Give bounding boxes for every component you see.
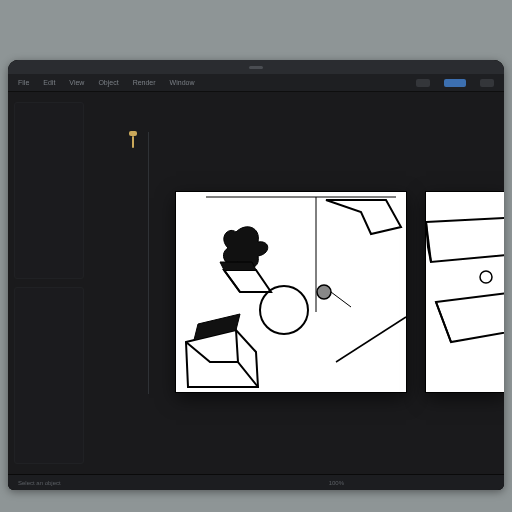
menu-view[interactable]: View bbox=[69, 79, 84, 86]
left-toolbar[interactable] bbox=[14, 102, 84, 464]
svg-point-6 bbox=[480, 271, 492, 283]
menu-window[interactable]: Window bbox=[170, 79, 195, 86]
playhead-icon[interactable] bbox=[132, 136, 134, 148]
status-zoom[interactable]: 100% bbox=[329, 480, 344, 486]
svg-point-3 bbox=[317, 285, 331, 299]
app-window: File Edit View Object Render Window bbox=[8, 60, 504, 490]
menu-object[interactable]: Object bbox=[98, 79, 118, 86]
tool-chip[interactable] bbox=[480, 79, 494, 87]
window-titlebar[interactable] bbox=[8, 60, 504, 74]
svg-line-5 bbox=[336, 317, 406, 362]
canvas-secondary[interactable] bbox=[426, 192, 504, 392]
tool-panel-a[interactable] bbox=[14, 102, 84, 279]
svg-point-2 bbox=[260, 286, 308, 334]
statusbar: Select an object 100% bbox=[8, 474, 504, 490]
guide-line bbox=[148, 132, 149, 394]
sketch-drawing bbox=[176, 192, 406, 392]
tool-panel-b[interactable] bbox=[14, 287, 84, 464]
workspace bbox=[8, 92, 504, 474]
svg-line-4 bbox=[331, 292, 351, 307]
menubar[interactable]: File Edit View Object Render Window bbox=[8, 74, 504, 92]
sketch-drawing-b bbox=[426, 192, 504, 392]
menu-edit[interactable]: Edit bbox=[43, 79, 55, 86]
camera-notch-icon bbox=[249, 66, 263, 69]
status-hint: Select an object bbox=[18, 480, 61, 486]
mode-chip[interactable] bbox=[416, 79, 430, 87]
accent-pill[interactable] bbox=[444, 79, 466, 87]
menu-file[interactable]: File bbox=[18, 79, 29, 86]
canvas-primary[interactable] bbox=[176, 192, 406, 392]
menu-render[interactable]: Render bbox=[133, 79, 156, 86]
